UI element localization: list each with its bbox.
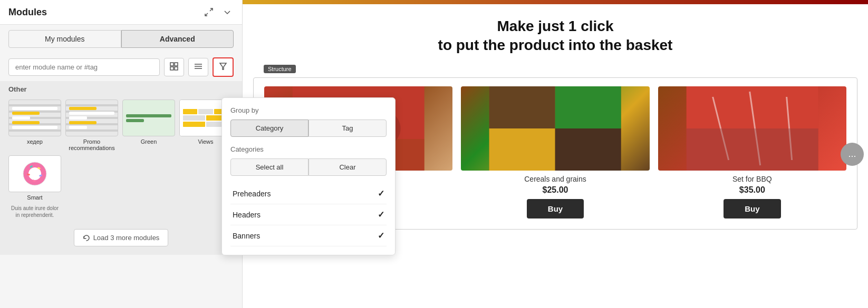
category-preheaders[interactable]: Preheaders ✓ xyxy=(230,183,387,204)
left-panel: Modules My modules Advanced xyxy=(0,0,243,308)
check-icon: ✓ xyxy=(378,231,384,241)
module-thumb xyxy=(122,100,175,136)
structure-badge: Structure xyxy=(264,65,296,73)
load-more-area: Load 3 more modules xyxy=(0,221,242,255)
search-row xyxy=(0,53,242,81)
module-item[interactable]: хедер xyxy=(8,100,61,151)
product-name: Cereals and grains xyxy=(524,175,586,183)
group-by-label: Group by xyxy=(230,106,387,114)
svg-rect-2 xyxy=(170,63,173,66)
structure-area: Structure xyxy=(243,64,868,77)
module-thumb xyxy=(8,100,61,136)
modules-grid: хедер Promo recommendations xyxy=(0,95,242,205)
more-button[interactable]: ... xyxy=(841,143,864,166)
filter-dropdown: Group by Category Tag Categories Select … xyxy=(221,97,396,255)
group-by-tag-button[interactable]: Tag xyxy=(308,120,387,137)
product-name: Set for BBQ xyxy=(732,175,772,183)
select-all-button[interactable]: Select all xyxy=(230,158,308,176)
product-price: $35.00 xyxy=(739,185,765,195)
svg-rect-26 xyxy=(555,128,621,171)
headline-text: Make just 1 click to put the product int… xyxy=(253,17,857,55)
svg-rect-23 xyxy=(489,86,555,128)
list-view-button[interactable] xyxy=(188,58,208,76)
clear-button[interactable]: Clear xyxy=(308,158,387,176)
categories-label: Categories xyxy=(230,145,387,153)
buy-button[interactable]: Buy xyxy=(527,199,584,218)
module-item[interactable]: Promo recommendations xyxy=(65,100,118,151)
module-name: Promo recommendations xyxy=(65,138,118,151)
product-card: Set for BBQ $35.00 Buy xyxy=(658,78,846,218)
svg-rect-25 xyxy=(489,128,555,171)
product-price: $25.00 xyxy=(543,185,568,195)
category-label: Preheaders xyxy=(233,190,271,198)
tabs-row: My modules Advanced xyxy=(0,25,242,53)
svg-rect-3 xyxy=(175,63,178,66)
module-thumb xyxy=(65,100,118,136)
module-name: хедер xyxy=(27,138,43,145)
product-image xyxy=(461,86,649,171)
top-image-bar xyxy=(243,0,868,4)
select-clear-row: Select all Clear xyxy=(230,158,387,176)
smart-module-desc: Duis aute irure dolor in reprehenderit. xyxy=(0,205,242,221)
check-icon: ✓ xyxy=(378,188,384,198)
load-more-button[interactable]: Load 3 more modules xyxy=(74,229,169,246)
svg-rect-24 xyxy=(555,86,621,128)
svg-rect-4 xyxy=(170,67,173,70)
group-by-row: Category Tag xyxy=(230,120,387,137)
svg-point-11 xyxy=(28,167,41,180)
category-label: Headers xyxy=(233,211,261,219)
module-name: Smart xyxy=(27,194,42,201)
module-name: Green xyxy=(141,138,157,145)
tab-advanced[interactable]: Advanced xyxy=(121,30,234,48)
expand-icon[interactable] xyxy=(202,5,216,19)
chevron-down-icon[interactable] xyxy=(221,6,234,18)
module-item[interactable]: Smart xyxy=(8,155,61,201)
check-icon: ✓ xyxy=(378,210,384,220)
grid-view-button[interactable] xyxy=(164,58,184,76)
category-banners[interactable]: Banners ✓ xyxy=(230,225,387,246)
module-item[interactable]: Green xyxy=(122,100,175,151)
load-more-label: Load 3 more modules xyxy=(93,234,160,242)
product-image xyxy=(658,86,846,171)
svg-rect-5 xyxy=(175,67,178,70)
section-label: Other xyxy=(0,81,242,95)
panel-title: Modules xyxy=(8,7,47,18)
panel-header: Modules xyxy=(0,0,242,25)
header-icons xyxy=(202,5,234,19)
module-name: Views xyxy=(198,138,213,145)
preview-headline: Make just 1 click to put the product int… xyxy=(243,4,868,64)
buy-button[interactable]: Buy xyxy=(724,199,780,218)
filter-button[interactable] xyxy=(213,57,234,77)
tab-my-modules[interactable]: My modules xyxy=(8,30,121,48)
search-input[interactable] xyxy=(8,58,160,76)
product-card: Cereals and grains $25.00 Buy xyxy=(461,78,649,218)
category-list: Preheaders ✓ Headers ✓ Banners ✓ xyxy=(230,183,387,246)
svg-marker-9 xyxy=(220,63,226,69)
category-headers[interactable]: Headers ✓ xyxy=(230,204,387,225)
module-thumb xyxy=(8,155,61,192)
group-by-category-button[interactable]: Category xyxy=(230,120,308,137)
category-label: Banners xyxy=(233,232,260,240)
svg-rect-34 xyxy=(686,128,818,171)
